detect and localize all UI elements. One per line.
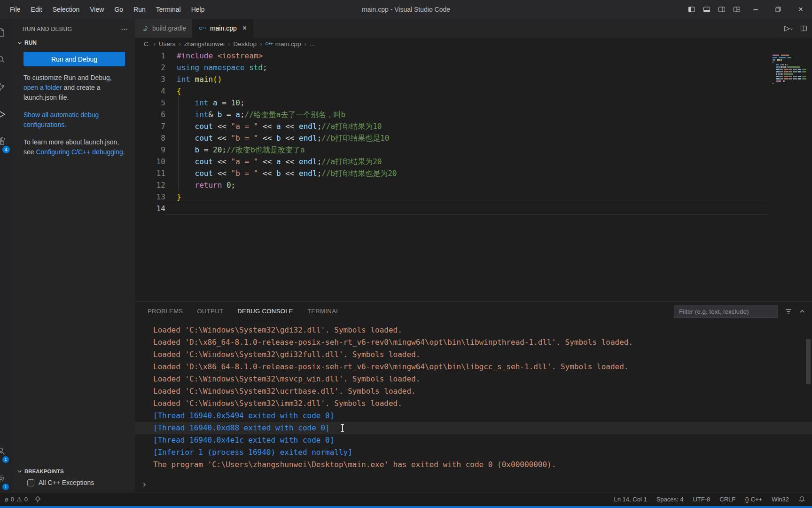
code-editor[interactable]: 1#include <iostream>2using namespace std…	[135, 50, 812, 301]
line-number[interactable]: 7	[135, 120, 165, 132]
filter-icon[interactable]	[785, 308, 792, 315]
menu-help[interactable]: Help	[186, 0, 210, 19]
extensions-icon[interactable]: 4	[0, 128, 13, 155]
toggle-panel-icon[interactable]	[699, 0, 714, 19]
code-line[interactable]: 9 b = 20;//改变b也就是改变了a	[135, 144, 812, 156]
run-section-header[interactable]: RUN	[13, 38, 135, 49]
build-target[interactable]: Win32	[772, 496, 789, 503]
code-line[interactable]: 13}	[135, 191, 812, 203]
line-number[interactable]: 4	[135, 85, 165, 97]
account-icon[interactable]: 1	[0, 437, 13, 465]
toggle-secondary-sidebar-icon[interactable]	[714, 0, 729, 19]
minimize-button[interactable]: –	[744, 0, 767, 19]
scrollbar-thumb[interactable]	[806, 339, 811, 384]
tab-output[interactable]: OUTPUT	[197, 302, 223, 321]
menu-file[interactable]: File	[5, 0, 26, 19]
vscode-window: File Edit Selection View Go Run Terminal…	[0, 0, 812, 508]
minimap[interactable]	[773, 55, 806, 87]
console-input-row[interactable]: ›	[135, 476, 812, 492]
close-button[interactable]: ×	[789, 0, 812, 19]
line-number[interactable]: 8	[135, 132, 165, 144]
encoding-status[interactable]: UTF-8	[693, 496, 710, 503]
line-number[interactable]: 14	[135, 203, 165, 214]
line-number[interactable]: 9	[135, 144, 165, 156]
code-line[interactable]: 14	[135, 203, 812, 214]
code-line[interactable]: 3int main()	[135, 73, 812, 85]
debug-kite-icon[interactable]	[34, 496, 41, 503]
configuring-debugging-link[interactable]: Configuring C/C++ debugging	[36, 148, 123, 156]
customize-layout-icon[interactable]	[729, 0, 744, 19]
tab-build-gradle[interactable]: build.gradle	[135, 19, 193, 38]
settings-gear-icon[interactable]: 1	[0, 465, 13, 492]
code-line[interactable]: 11 cout << "b = " << b << endl;//b打印结果也是…	[135, 167, 812, 179]
line-number[interactable]: 13	[135, 191, 165, 203]
menu-edit[interactable]: Edit	[26, 0, 47, 19]
show-debug-configurations-link[interactable]: Show all automatic debug configurations.	[23, 111, 99, 128]
chevron-up-icon[interactable]	[799, 308, 805, 315]
run-and-debug-icon[interactable]	[0, 101, 13, 128]
tab-main-cpp[interactable]: C++ main.cpp ×	[193, 19, 253, 38]
open-a-folder-link[interactable]: open a folder	[23, 84, 62, 91]
menu-go[interactable]: Go	[109, 0, 128, 19]
code-line[interactable]: 1#include <iostream>	[135, 50, 812, 62]
bell-icon[interactable]	[798, 496, 805, 503]
code-line[interactable]: 2using namespace std;	[135, 62, 812, 73]
line-number[interactable]: 12	[135, 179, 165, 191]
line-number[interactable]: 10	[135, 156, 165, 167]
language-mode[interactable]: {} C++	[745, 496, 762, 503]
title-bar: File Edit Selection View Go Run Terminal…	[0, 0, 812, 19]
explorer-icon[interactable]	[0, 19, 13, 46]
tab-terminal[interactable]: TERMINAL	[307, 302, 340, 321]
breadcrumb-item[interactable]: Users	[159, 40, 175, 48]
indentation-status[interactable]: Spaces: 4	[656, 496, 684, 503]
breadcrumb-symbol[interactable]: ...	[310, 40, 315, 48]
menu-view[interactable]: View	[85, 0, 109, 19]
problems-status[interactable]: ⌀ 0 ⚠ 0	[5, 496, 28, 503]
cursor-position[interactable]: Ln 14, Col 1	[614, 496, 647, 503]
code-line[interactable]: 6 int& b = a;//给变量a去了一个别名，叫b	[135, 109, 812, 120]
line-number[interactable]: 6	[135, 109, 165, 120]
code-line[interactable]: 12 return 0;	[135, 179, 812, 191]
breadcrumb-item[interactable]: C:	[144, 40, 150, 48]
code-line[interactable]: 10 cout << "a = " << a << endl;//a打印结果为2…	[135, 156, 812, 167]
tab-problems[interactable]: PROBLEMS	[148, 302, 183, 321]
line-number[interactable]: 3	[135, 73, 165, 85]
toggle-primary-sidebar-icon[interactable]	[684, 0, 699, 19]
code-line[interactable]: 7 cout << "a = " << a << endl;//a打印结果为10	[135, 120, 812, 132]
source-control-icon[interactable]	[0, 73, 13, 101]
minimap-line	[773, 69, 806, 70]
breakpoint-item[interactable]: All C++ Exceptions	[13, 476, 135, 492]
breadcrumb-item[interactable]: Desktop	[234, 40, 257, 48]
close-tab-icon[interactable]: ×	[242, 24, 247, 32]
code-line[interactable]: 8 cout << "b = " << b << endl;//b打印结果也是1…	[135, 132, 812, 144]
console-line: [Thread 16940.0x4e1c exited with code 0]	[135, 434, 812, 446]
breakpoints-header[interactable]: BREAKPOINTS	[13, 466, 135, 476]
breadcrumb-item-file[interactable]: main.cpp	[275, 40, 301, 48]
line-number[interactable]: 2	[135, 62, 165, 73]
more-actions-icon[interactable]: ⋯	[121, 25, 128, 33]
console-line: Loaded 'C:\Windows\System32\gdi32full.dl…	[135, 349, 812, 361]
line-number[interactable]: 1	[135, 50, 165, 62]
menu-terminal[interactable]: Terminal	[151, 0, 186, 19]
checkbox-unchecked[interactable]	[27, 479, 34, 486]
search-icon[interactable]	[0, 46, 13, 73]
line-number[interactable]: 11	[135, 167, 165, 179]
menu-selection[interactable]: Selection	[47, 0, 85, 19]
menu-run[interactable]: Run	[128, 0, 151, 19]
debug-console[interactable]: Loaded 'C:\Windows\System32\gdi32.dll'. …	[135, 321, 812, 476]
run-and-debug-button[interactable]: Run and Debug	[23, 52, 125, 66]
breakpoints-title: BREAKPOINTS	[24, 468, 64, 474]
run-cpp-file-button[interactable]: ▷˅	[784, 24, 793, 32]
console-filter-input[interactable]	[674, 305, 778, 318]
chevron-down-icon: ˅	[790, 27, 793, 32]
code-line[interactable]: 4{	[135, 85, 812, 97]
split-editor-icon[interactable]	[800, 25, 807, 32]
editor-actions: ▷˅	[784, 19, 807, 38]
code-line[interactable]: 5 int a = 10;	[135, 97, 812, 109]
line-text: cout << "b = " << b << endl;//b打印结果也是为20	[165, 167, 767, 179]
line-number[interactable]: 5	[135, 97, 165, 109]
tab-debug-console[interactable]: DEBUG CONSOLE	[237, 302, 293, 321]
eol-status[interactable]: CRLF	[719, 496, 735, 503]
breadcrumb-item[interactable]: zhangshunwei	[184, 40, 225, 48]
restore-button[interactable]	[767, 0, 789, 19]
